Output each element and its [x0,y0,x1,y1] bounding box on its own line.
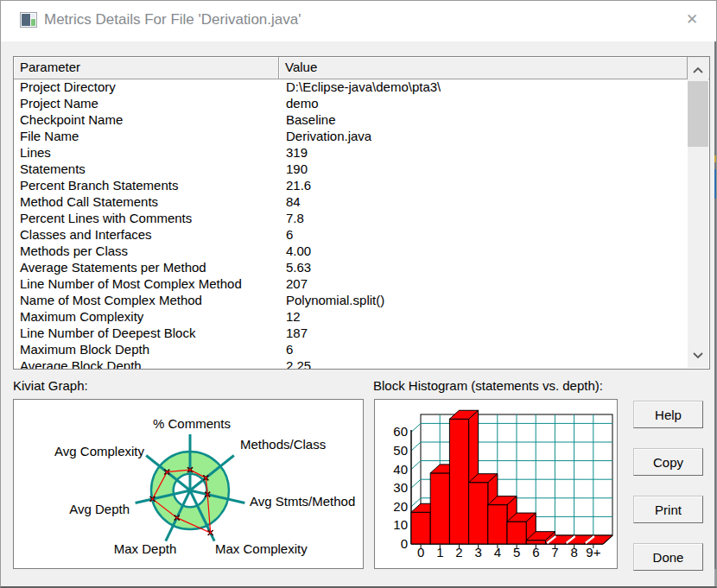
close-icon[interactable]: ✕ [682,9,702,30]
block-histogram-chart: 01020304050600123456789+ [375,400,617,568]
table-row[interactable]: Line Number of Most Complex Method207 [14,275,688,292]
histogram-ytick-label: 30 [393,480,408,495]
value-cell: 84 [279,193,301,210]
kiviat-data-marker-dot [151,498,153,500]
block-histogram-panel: 01020304050600123456789+ [374,399,618,569]
done-button[interactable]: Done [633,543,703,571]
histogram-bar-front [507,522,526,544]
vertical-scrollbar[interactable] [688,58,708,368]
histogram-ytick-label: 60 [393,424,408,439]
histogram-xtick-label: 3 [475,545,482,560]
kiviat-data-marker-dot [189,469,191,471]
histogram-depth-hatch [411,461,421,470]
value-cell: Baseline [279,111,336,128]
value-cell: 207 [279,275,308,292]
title-bar: Metrics Details For File 'Derivation.jav… [1,1,716,41]
histogram-xtick-label: 0 [417,545,424,560]
print-button[interactable]: Print [633,496,703,523]
value-cell: 190 [279,161,308,177]
kiviat-axis-label: Avg Complexity [54,444,144,458]
value-cell: 12 [279,308,301,325]
kiviat-axis-label: Max Depth [114,541,177,556]
copy-button[interactable]: Copy [633,448,703,476]
table-row[interactable]: Method Call Statements84 [14,193,688,210]
histogram-xtick-label: 7 [551,545,558,560]
kiviat-data-marker-dot [176,516,178,518]
histogram-ytick-label: 10 [393,517,408,532]
histogram-ytick-label: 20 [393,499,408,514]
table-row[interactable]: File NameDerivation.java [14,128,688,144]
scroll-down-icon[interactable] [692,351,704,359]
parameter-cell: Classes and Interfaces [14,226,279,243]
value-cell: 2.25 [279,357,311,369]
column-header-parameter[interactable]: Parameter [14,57,279,79]
value-cell: Derivation.java [279,128,371,144]
table-row[interactable]: Checkpoint NameBaseline [14,111,688,128]
table-row[interactable]: Name of Most Complex MethodPolynomial.sp… [14,292,688,308]
histogram-bar-front [469,483,488,544]
histogram-xtick-label: 5 [513,545,520,560]
table-row[interactable]: Methods per Class4.00 [14,243,688,259]
value-cell: 21.6 [279,177,311,193]
kiviat-data-marker-dot [209,532,211,534]
value-cell: Polynomial.split() [279,292,384,308]
table-row[interactable]: Project DirectoryD:\Eclipse-java\demo\pt… [14,79,688,95]
table-header: Parameter Value [14,57,709,79]
histogram-xtick-label: 8 [571,545,578,560]
kiviat-data-marker-dot [206,493,208,495]
kiviat-graph-panel: % CommentsMethods/ClassAvg Stmts/MethodM… [13,399,364,569]
help-button[interactable]: Help [633,401,703,428]
metrics-table: Parameter Value Project DirectoryD:\Ecli… [13,56,710,370]
value-cell: D:\Eclipse-java\demo\pta3\ [279,79,441,95]
table-row[interactable]: Average Block Depth2.25 [14,357,688,369]
table-row[interactable]: Maximum Block Depth6 [14,341,688,357]
column-header-value[interactable]: Value [279,57,688,79]
table-row[interactable]: Project Namedemo [14,95,688,111]
table-row[interactable]: Percent Lines with Comments7.8 [14,210,688,226]
histogram-ytick-label: 40 [393,462,408,477]
histogram-bar-front [449,419,468,544]
histogram-depth-hatch [411,479,421,488]
histogram-bar-front [526,541,545,544]
kiviat-axis-label: Avg Depth [69,502,130,516]
table-row[interactable]: Line Number of Deepest Block187 [14,325,688,341]
parameter-cell: Line Number of Deepest Block [14,325,279,341]
table-row[interactable]: Percent Branch Statements21.6 [14,177,688,193]
table-rows: Project DirectoryD:\Eclipse-java\demo\pt… [14,79,688,369]
parameter-cell: Name of Most Complex Method [14,292,279,308]
parameter-cell: Methods per Class [14,243,279,259]
parameter-cell: Percent Lines with Comments [14,210,279,226]
parameter-cell: Maximum Block Depth [14,341,279,357]
histogram-depth-hatch [411,442,421,451]
value-cell: 7.8 [279,210,304,226]
parameter-cell: Lines [14,144,279,161]
parameter-cell: Checkpoint Name [14,111,279,128]
parameter-cell: Average Statements per Method [14,259,279,275]
table-row[interactable]: Statements190 [14,161,688,177]
kiviat-data-marker-dot [205,477,206,478]
scroll-up-icon[interactable] [692,66,704,74]
value-cell: 4.00 [279,243,311,259]
window-title: Metrics Details For File 'Derivation.jav… [44,11,301,28]
parameter-cell: Maximum Complexity [14,308,279,325]
kiviat-data-marker-dot [166,471,168,472]
histogram-ytick-label: 50 [393,443,408,458]
parameter-cell: Project Name [14,95,279,111]
parameter-cell: Average Block Depth [14,357,279,369]
table-row[interactable]: Classes and Interfaces6 [14,226,688,243]
parameter-cell: Percent Branch Statements [14,177,279,193]
value-cell: demo [279,95,319,111]
histogram-bar-front [430,473,449,544]
value-cell: 5.63 [279,259,311,275]
value-cell: 187 [279,325,308,341]
value-cell: 6 [279,341,293,357]
histogram-ytick-label: 0 [401,536,408,551]
background-window-edge [714,41,716,588]
table-row[interactable]: Average Statements per Method5.63 [14,259,688,275]
table-row[interactable]: Maximum Complexity12 [14,308,688,325]
kiviat-axis-label: Max Complexity [215,541,308,556]
table-row[interactable]: Lines319 [14,144,688,161]
metrics-details-dialog: Metrics Details For File 'Derivation.jav… [0,0,717,588]
scrollbar-thumb[interactable] [688,81,708,147]
value-cell: 6 [279,226,293,243]
